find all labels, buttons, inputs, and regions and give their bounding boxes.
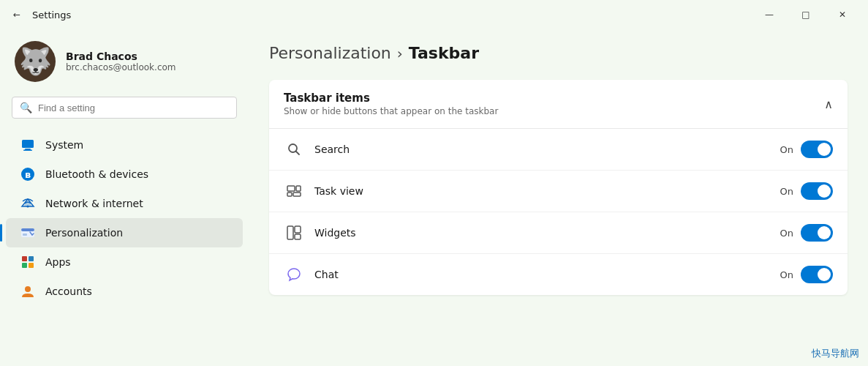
search-box[interactable]: 🔍 — [12, 97, 237, 119]
avatar: 🐺 — [15, 41, 56, 82]
setting-row-search: Search On — [269, 129, 848, 171]
svg-rect-11 — [22, 263, 27, 268]
widgets-toggle[interactable] — [801, 224, 833, 242]
card-header: Taskbar items Show or hide buttons that … — [269, 80, 848, 129]
sidebar-item-personalization-label: Personalization — [45, 227, 123, 239]
svg-rect-16 — [287, 186, 295, 191]
sidebar-item-network-label: Network & internet — [45, 198, 143, 209]
taskview-setting-status: On — [780, 186, 793, 197]
user-email: brc.chacos@outlook.com — [66, 62, 176, 72]
sidebar-item-accounts-label: Accounts — [45, 285, 92, 297]
chat-setting-label: Chat — [314, 269, 780, 280]
widgets-setting-status: On — [780, 228, 793, 239]
user-profile[interactable]: 🐺 Brad Chacos brc.chacos@outlook.com — [0, 34, 249, 97]
sidebar: 🐺 Brad Chacos brc.chacos@outlook.com 🔍 — [0, 26, 249, 366]
sidebar-item-apps-label: Apps — [45, 256, 71, 268]
svg-line-15 — [296, 152, 300, 155]
svg-rect-19 — [293, 193, 301, 196]
breadcrumb: Personalization › Taskbar — [269, 44, 848, 62]
svg-rect-10 — [29, 256, 34, 261]
maximize-button[interactable]: □ — [789, 4, 823, 25]
svg-rect-9 — [22, 256, 27, 261]
svg-point-5 — [27, 206, 29, 208]
collapse-icon[interactable]: ∧ — [824, 97, 833, 111]
svg-rect-7 — [21, 228, 34, 231]
svg-rect-0 — [22, 140, 34, 148]
bluetooth-icon: ʙ — [20, 167, 35, 182]
setting-row-taskview: Task view On — [269, 171, 848, 212]
network-icon — [20, 196, 35, 211]
svg-rect-18 — [287, 193, 292, 196]
chat-toggle[interactable] — [801, 266, 833, 283]
user-info: Brad Chacos brc.chacos@outlook.com — [66, 51, 176, 72]
search-setting-label: Search — [314, 143, 780, 155]
svg-text:ʙ: ʙ — [25, 169, 31, 180]
taskview-setting-label: Task view — [314, 185, 780, 197]
minimize-button[interactable]: — — [752, 4, 786, 25]
personalization-icon — [20, 225, 35, 240]
search-toggle[interactable] — [801, 141, 833, 158]
system-icon — [20, 138, 35, 152]
svg-rect-8 — [23, 234, 27, 236]
user-name: Brad Chacos — [66, 51, 176, 62]
window-controls: — □ ✕ — [752, 4, 859, 25]
setting-row-chat: Chat On — [269, 254, 848, 295]
widgets-setting-icon — [284, 223, 304, 243]
sidebar-item-personalization[interactable]: Personalization — [6, 218, 243, 247]
app-title: Settings — [32, 10, 71, 20]
sidebar-item-bluetooth[interactable]: ʙ Bluetooth & devices — [6, 160, 243, 189]
svg-rect-2 — [23, 150, 32, 152]
search-setting-status: On — [780, 144, 793, 155]
sidebar-nav: System ʙ Bluetooth & devices — [0, 130, 249, 306]
taskbar-items-card: Taskbar items Show or hide buttons that … — [269, 80, 848, 295]
sidebar-item-system-label: System — [45, 139, 83, 151]
svg-rect-20 — [287, 226, 293, 239]
taskview-toggle[interactable] — [801, 182, 833, 200]
svg-point-13 — [25, 286, 31, 292]
setting-row-widgets: Widgets On — [269, 212, 848, 254]
sidebar-item-network[interactable]: Network & internet — [6, 189, 243, 218]
widgets-setting-label: Widgets — [314, 227, 780, 239]
search-icon: 🔍 — [20, 102, 32, 113]
sidebar-item-bluetooth-label: Bluetooth & devices — [45, 168, 148, 180]
svg-rect-21 — [295, 226, 301, 233]
apps-icon — [20, 255, 35, 269]
card-subtitle: Show or hide buttons that appear on the … — [284, 106, 498, 116]
search-input[interactable] — [38, 102, 229, 113]
accounts-icon — [20, 284, 35, 299]
sidebar-item-apps[interactable]: Apps — [6, 247, 243, 277]
search-setting-icon — [284, 139, 304, 160]
app-body: 🐺 Brad Chacos brc.chacos@outlook.com 🔍 — [0, 26, 868, 366]
breadcrumb-parent[interactable]: Personalization — [269, 44, 391, 62]
svg-rect-12 — [29, 263, 34, 268]
close-button[interactable]: ✕ — [826, 4, 859, 25]
breadcrumb-separator: › — [397, 45, 403, 62]
titlebar: ← Settings — □ ✕ — [0, 0, 868, 26]
sidebar-item-accounts[interactable]: Accounts — [6, 277, 243, 306]
chat-setting-icon — [284, 264, 304, 285]
breadcrumb-current: Taskbar — [409, 44, 479, 62]
titlebar-left: ← Settings — [9, 4, 71, 25]
watermark: 快马导航网 — [812, 347, 859, 360]
svg-rect-22 — [295, 234, 301, 239]
chat-setting-status: On — [780, 269, 793, 280]
sidebar-item-system[interactable]: System — [6, 130, 243, 160]
taskview-setting-icon — [284, 181, 304, 201]
main-content: Personalization › Taskbar Taskbar items … — [249, 26, 868, 366]
svg-rect-17 — [296, 186, 301, 191]
card-title: Taskbar items — [284, 92, 498, 105]
back-button[interactable]: ← — [9, 4, 25, 25]
